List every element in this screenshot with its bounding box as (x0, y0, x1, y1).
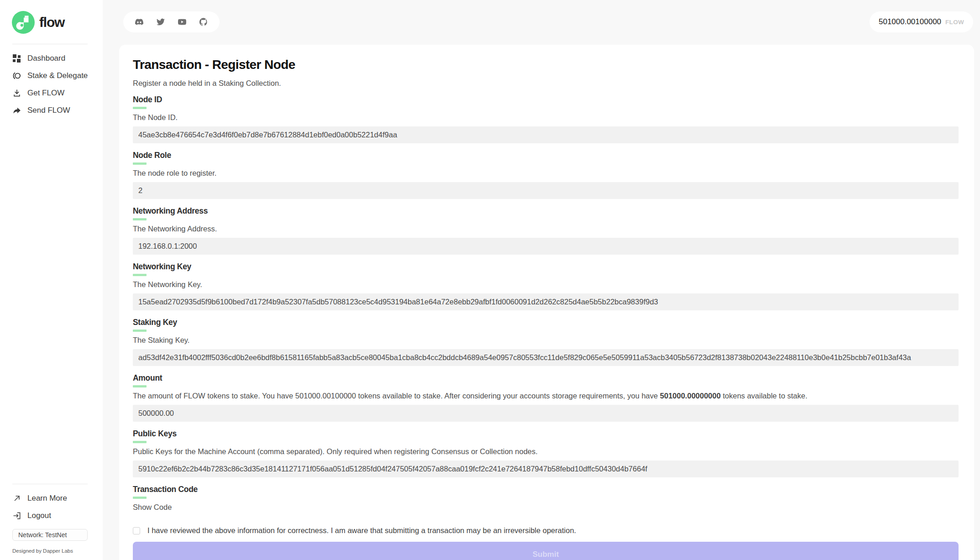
amount-description-tail: tokens available to stake. (721, 392, 807, 400)
external-link-icon (12, 494, 21, 503)
sidebar-footer: Learn More Logout Network: TestNet Desig… (0, 483, 103, 560)
credit-text: Designed by Dapper Labs (0, 541, 103, 554)
field-label: Networking Address (133, 206, 959, 216)
field-public-keys: Public Keys Public Keys for the Machine … (133, 429, 959, 477)
label-underline (133, 497, 147, 499)
label-underline (133, 162, 147, 165)
field-node-id: Node ID The Node ID. (133, 95, 959, 143)
learn-more-label: Learn More (27, 494, 67, 503)
confirmation-row: I have reviewed the above information fo… (133, 526, 959, 535)
sidebar: flow Dashboard Stake & Delegate Get FLOW (0, 0, 103, 560)
field-description: Public Keys for the Machine Account (com… (133, 447, 959, 456)
label-underline (133, 330, 147, 332)
field-description: The Networking Key. (133, 280, 959, 289)
social-links-pill (123, 11, 220, 32)
transaction-card: Transaction - Register Node Register a n… (119, 45, 974, 560)
logout-button[interactable]: Logout (0, 507, 103, 524)
balance-currency: FLOW (945, 19, 964, 26)
sidebar-divider-bottom (12, 484, 88, 484)
amount-available-bold: 501000.00000000 (660, 392, 721, 400)
field-staking-key: Staking Key The Staking Key. (133, 318, 959, 366)
sidebar-spacer (0, 119, 103, 483)
sidebar-item-label: Get FLOW (27, 89, 64, 98)
field-networking-key: Networking Key The Networking Key. (133, 262, 959, 310)
amount-description-text: The amount of FLOW tokens to stake. You … (133, 392, 660, 400)
field-label: Amount (133, 373, 959, 383)
learn-more-link[interactable]: Learn More (0, 490, 103, 507)
staking-key-input[interactable] (133, 349, 959, 366)
get-flow-icon (12, 89, 21, 98)
field-description: The Networking Address. (133, 225, 959, 233)
field-description: The amount of FLOW tokens to stake. You … (133, 392, 959, 400)
logout-icon (12, 511, 21, 520)
sidebar-item-stake-delegate[interactable]: Stake & Delegate (0, 67, 103, 84)
field-label: Transaction Code (133, 485, 959, 494)
sidebar-item-get-flow[interactable]: Get FLOW (0, 84, 103, 102)
twitter-icon[interactable] (157, 18, 165, 26)
show-code-toggle[interactable]: Show Code (133, 503, 172, 512)
sidebar-item-send-flow[interactable]: Send FLOW (0, 102, 103, 119)
page-title: Transaction - Register Node (133, 58, 959, 72)
account-balance-pill: 501000.00100000 FLOW (870, 11, 973, 32)
networking-address-input[interactable] (133, 238, 959, 255)
label-underline (133, 218, 147, 220)
sidebar-item-dashboard[interactable]: Dashboard (0, 50, 103, 67)
dashboard-icon (12, 54, 21, 63)
confirmation-checkbox[interactable] (133, 527, 140, 534)
node-id-input[interactable] (133, 126, 959, 143)
main-area: 501000.00100000 FLOW Transaction - Regis… (103, 0, 980, 560)
field-node-role: Node Role The node role to register. (133, 151, 959, 199)
label-underline (133, 385, 147, 387)
field-networking-address: Networking Address The Networking Addres… (133, 206, 959, 255)
page-subtitle: Register a node held in a Staking Collec… (133, 79, 959, 88)
field-label: Node ID (133, 95, 959, 105)
field-label: Networking Key (133, 262, 959, 272)
sidebar-item-label: Dashboard (27, 54, 65, 63)
flow-logo-icon (12, 11, 35, 34)
field-label: Node Role (133, 151, 959, 160)
sidebar-item-label: Send FLOW (27, 106, 70, 115)
sidebar-divider-top (12, 44, 88, 44)
label-underline (133, 107, 147, 109)
discord-icon[interactable] (135, 18, 143, 26)
balance-amount: 501000.00100000 (879, 17, 941, 26)
field-label: Public Keys (133, 429, 959, 439)
field-description: The Staking Key. (133, 336, 959, 345)
label-underline (133, 441, 147, 443)
field-label: Staking Key (133, 318, 959, 327)
send-flow-icon (12, 106, 21, 115)
sidebar-nav: Dashboard Stake & Delegate Get FLOW Send… (0, 50, 103, 119)
topbar: 501000.00100000 FLOW (103, 0, 980, 32)
network-badge: Network: TestNet (12, 529, 88, 541)
section-transaction-code: Transaction Code Show Code (133, 485, 959, 512)
node-role-input[interactable] (133, 182, 959, 199)
field-amount: Amount The amount of FLOW tokens to stak… (133, 373, 959, 422)
logout-label: Logout (27, 511, 51, 520)
submit-button[interactable]: Submit (133, 542, 959, 560)
label-underline (133, 274, 147, 276)
flow-logo[interactable]: flow (0, 8, 103, 43)
field-description: The node role to register. (133, 169, 959, 178)
public-keys-input[interactable] (133, 461, 959, 477)
amount-input[interactable] (133, 405, 959, 422)
sidebar-item-label: Stake & Delegate (27, 71, 88, 80)
field-description: The Node ID. (133, 113, 959, 122)
confirmation-label: I have reviewed the above information fo… (147, 526, 576, 535)
github-icon[interactable] (199, 18, 208, 26)
networking-key-input[interactable] (133, 293, 959, 310)
flow-wordmark: flow (39, 15, 64, 30)
youtube-icon[interactable] (178, 18, 186, 26)
stake-delegate-icon (12, 71, 21, 80)
